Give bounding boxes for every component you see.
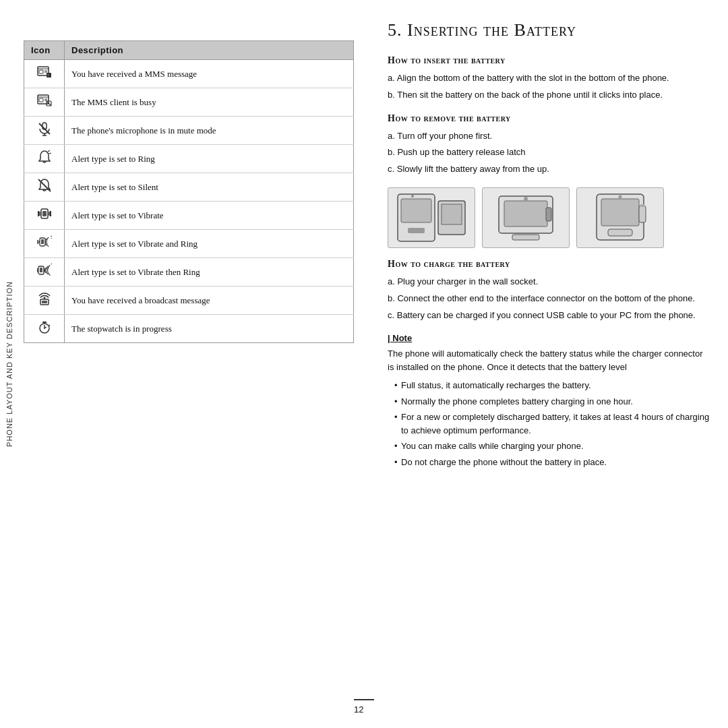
note-label: | Note <box>388 333 711 343</box>
svg-line-37 <box>51 264 52 264</box>
icon-cell <box>24 258 65 286</box>
note-bullets: Full status, it automatically recharges … <box>388 379 711 468</box>
table-row: ! You have received a MMS message <box>24 60 354 88</box>
svg-point-62 <box>619 195 622 198</box>
section-remove-title: How to remove the battery <box>388 113 711 124</box>
icon-cell <box>24 286 65 315</box>
svg-line-46 <box>49 325 50 326</box>
note-text: The phone will automatically check the b… <box>388 347 711 373</box>
desc-cell: Alert type is set to Silent <box>65 173 354 202</box>
table-row: Alert type is set to Vibrate <box>24 202 354 230</box>
svg-rect-51 <box>442 204 462 224</box>
svg-point-40 <box>43 297 45 299</box>
section-charge-title: How to charge the battery <box>388 259 711 270</box>
svg-rect-61 <box>608 229 632 236</box>
svg-rect-63 <box>639 206 646 222</box>
svg-line-32 <box>51 238 52 239</box>
icon-cell <box>24 117 65 145</box>
svg-text:!: ! <box>47 73 48 78</box>
section-insert-content: a. Align the bottom of the battery with … <box>388 71 711 102</box>
page-num-text: 12 <box>354 704 363 715</box>
remove-step-b: b. Push up the battery release latch <box>388 146 711 160</box>
left-panel: Icon Description ! You have received a M… <box>24 40 374 343</box>
table-row: Alert type is set to Ring <box>24 145 354 173</box>
desc-cell: You have received a broadcast message <box>65 286 354 315</box>
svg-rect-60 <box>601 199 639 226</box>
desc-cell: Alert type is set to Ring <box>65 145 354 173</box>
svg-rect-64 <box>640 204 644 207</box>
icon-cell: ! <box>24 60 65 88</box>
svg-rect-55 <box>504 201 547 226</box>
desc-cell: Alert type is set to Vibrate then Ring <box>65 258 354 286</box>
list-item: Full status, it automatically recharges … <box>394 379 711 392</box>
charge-step-a: a. Plug your charger in the wall socket. <box>388 275 711 289</box>
desc-cell: You have received a MMS message <box>65 60 354 88</box>
table-row: The stopwatch is in progress <box>24 315 354 343</box>
svg-line-18 <box>48 150 50 152</box>
svg-rect-34 <box>40 268 42 272</box>
charge-step-b: b. Connect the other end to the interfac… <box>388 292 711 306</box>
icon-cell <box>24 230 65 258</box>
divider <box>354 699 374 700</box>
icon-cell <box>24 173 65 202</box>
page-container: Phone Layout and Key Description Icon De… <box>0 0 728 728</box>
svg-point-57 <box>524 197 528 201</box>
remove-step-a: a. Turn off your phone first. <box>388 129 711 144</box>
table-row: The phone's microphone is in mute mode <box>24 117 354 145</box>
svg-rect-39 <box>42 301 47 303</box>
remove-step-c: c. Slowly lift the battery away from the… <box>388 162 711 177</box>
col-header-desc: Description <box>65 41 354 60</box>
svg-line-19 <box>49 153 51 154</box>
note-section: | Note The phone will automatically chec… <box>388 333 711 468</box>
svg-point-53 <box>411 195 414 198</box>
icon-cell <box>24 145 65 173</box>
desc-cell: Alert type is set to Vibrate and Ring <box>65 230 354 258</box>
svg-rect-26 <box>42 211 47 216</box>
svg-rect-44 <box>42 322 47 323</box>
page-number: 12 <box>354 699 374 715</box>
table-row: The MMS client is busy <box>24 88 354 117</box>
table-row: You have received a broadcast message <box>24 286 354 315</box>
svg-rect-2 <box>39 70 43 73</box>
list-item: For a new or completely discharged batte… <box>394 411 711 437</box>
battery-img-1 <box>388 187 475 248</box>
svg-line-17 <box>39 123 50 134</box>
insert-step-a: a. Align the bottom of the battery with … <box>388 71 711 86</box>
section-remove: How to remove the battery a. Turn off yo… <box>388 113 711 177</box>
right-panel: 5. Inserting the Battery How to insert t… <box>388 20 711 471</box>
list-item: Normally the phone completes battery cha… <box>394 395 711 408</box>
insert-step-b: b. Then sit the battery on the back of t… <box>388 88 711 102</box>
battery-img-2 <box>482 187 570 248</box>
svg-rect-52 <box>408 228 425 233</box>
desc-cell: The stopwatch is in progress <box>65 315 354 343</box>
list-item: Do not charge the phone without the batt… <box>394 456 711 469</box>
icon-table: Icon Description ! You have received a M… <box>24 40 354 343</box>
section-remove-content: a. Turn off your phone first. b. Push up… <box>388 129 711 177</box>
battery-img-3 <box>576 187 664 248</box>
desc-cell: The phone's microphone is in mute mode <box>65 117 354 145</box>
table-row: Alert type is set to Vibrate and Ring <box>24 230 354 258</box>
col-header-icon: Icon <box>24 41 65 60</box>
svg-rect-30 <box>41 239 44 244</box>
svg-rect-58 <box>546 208 551 221</box>
sidebar-label: Phone Layout and Key Description <box>5 281 13 447</box>
svg-line-31 <box>51 236 52 237</box>
list-item: You can make calls while charging your p… <box>394 439 711 453</box>
desc-cell: Alert type is set to Vibrate <box>65 202 354 230</box>
svg-rect-9 <box>39 98 43 102</box>
charge-step-c: c. Battery can be charged if you connect… <box>388 309 711 323</box>
section-charge-content: a. Plug your charger in the wall socket.… <box>388 275 711 322</box>
table-row: Alert type is set to Silent <box>24 173 354 202</box>
section-insert: How to insert the battery a. Align the b… <box>388 55 711 102</box>
sidebar: Phone Layout and Key Description <box>0 0 19 728</box>
chapter-title: 5. Inserting the Battery <box>388 20 711 40</box>
section-insert-title: How to insert the battery <box>388 55 711 66</box>
table-row: Alert type is set to Vibrate then Ring <box>24 258 354 286</box>
svg-rect-56 <box>512 235 539 240</box>
icon-cell <box>24 88 65 117</box>
desc-cell: The MMS client is busy <box>65 88 354 117</box>
section-charge: How to charge the battery a. Plug your c… <box>388 259 711 322</box>
icon-cell <box>24 315 65 343</box>
svg-point-47 <box>44 328 45 329</box>
svg-rect-49 <box>401 199 431 222</box>
